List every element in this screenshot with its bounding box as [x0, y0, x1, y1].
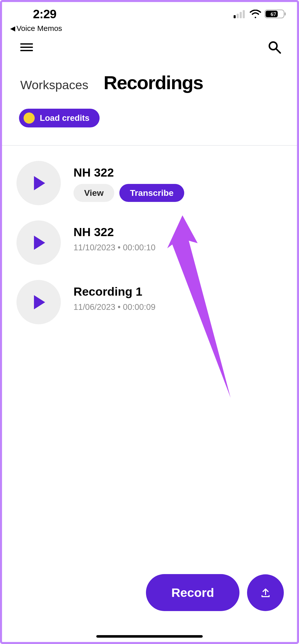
load-credits-button[interactable]: Load credits [19, 109, 100, 127]
recording-info: NH 322 11/10/2023 • 00:00:10 [73, 220, 156, 252]
record-button[interactable]: Record [146, 574, 239, 611]
svg-rect-0 [234, 15, 236, 18]
credits-coin-icon [24, 112, 35, 124]
svg-marker-11 [34, 236, 45, 250]
play-button[interactable] [16, 220, 61, 265]
play-button[interactable] [16, 161, 61, 205]
cellular-icon [234, 10, 246, 18]
upload-icon [259, 586, 272, 599]
tab-recordings[interactable]: Recordings [104, 72, 203, 93]
view-button[interactable]: View [73, 184, 114, 202]
back-caret-icon: ◀ [10, 25, 15, 32]
status-time: 2:29 [13, 7, 56, 21]
play-icon [32, 236, 45, 250]
recording-item[interactable]: NH 322 11/10/2023 • 00:00:10 [16, 220, 279, 265]
recording-title: NH 322 [73, 165, 184, 179]
menu-button[interactable] [20, 43, 33, 51]
back-app-label: Voice Memos [16, 24, 62, 33]
status-indicators: 67 [234, 9, 286, 19]
app-header [0, 38, 299, 62]
svg-line-9 [276, 49, 280, 53]
svg-rect-1 [237, 14, 239, 18]
play-icon [32, 295, 45, 309]
upload-button[interactable] [247, 574, 284, 611]
recording-info: Recording 1 11/06/2023 • 00:00:09 [73, 280, 156, 312]
recording-item[interactable]: NH 322 View Transcribe [16, 161, 279, 205]
back-to-app-button[interactable]: ◀ Voice Memos [0, 23, 299, 38]
battery-icon: 67 [265, 9, 286, 19]
bottom-action-bar: Record [146, 574, 284, 611]
search-icon[interactable] [268, 40, 281, 54]
recording-item[interactable]: Recording 1 11/06/2023 • 00:00:09 [16, 280, 279, 324]
transcribe-button[interactable]: Transcribe [119, 184, 184, 202]
svg-text:67: 67 [271, 11, 276, 17]
recording-info: NH 322 View Transcribe [73, 161, 184, 202]
home-indicator[interactable] [96, 635, 203, 638]
recording-actions: View Transcribe [73, 184, 184, 202]
wifi-icon [249, 10, 261, 18]
svg-rect-2 [240, 12, 242, 18]
svg-marker-12 [34, 295, 45, 309]
play-button[interactable] [16, 280, 61, 324]
recording-meta: 11/10/2023 • 00:00:10 [73, 243, 156, 252]
recording-title: NH 322 [73, 225, 156, 239]
tab-workspaces[interactable]: Workspaces [20, 78, 88, 92]
recording-title: Recording 1 [73, 285, 156, 298]
svg-rect-6 [285, 12, 286, 15]
svg-rect-3 [243, 10, 245, 18]
recording-meta: 11/06/2023 • 00:00:09 [73, 302, 156, 312]
recordings-list: NH 322 View Transcribe NH 322 11/10/2023… [0, 146, 299, 324]
play-icon [32, 176, 45, 190]
load-credits-label: Load credits [40, 113, 89, 123]
status-bar: 2:29 67 [0, 0, 299, 23]
svg-marker-10 [34, 176, 45, 190]
header-tabs: Workspaces Recordings [0, 62, 299, 109]
